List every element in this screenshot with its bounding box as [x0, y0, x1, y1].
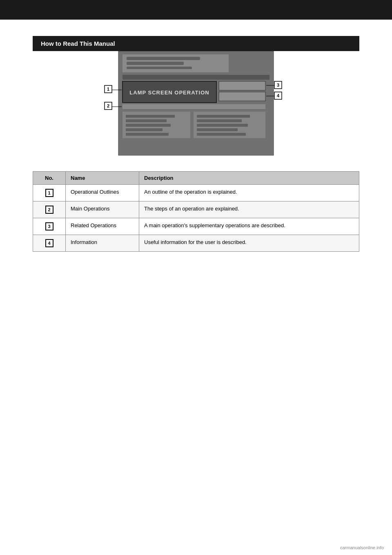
- row-badge-1: 1: [45, 189, 53, 197]
- svg-rect-20: [197, 124, 248, 127]
- svg-rect-13: [126, 119, 167, 122]
- table-cell-name: Main Operations: [66, 201, 139, 218]
- svg-rect-9: [219, 92, 265, 101]
- col-header-description: Description: [139, 172, 359, 185]
- svg-rect-15: [126, 128, 163, 131]
- table-cell-no: 4: [33, 235, 66, 252]
- section-title: How to Read This Manual: [41, 40, 115, 47]
- table-cell-name: Operational Outlines: [66, 185, 139, 201]
- svg-rect-10: [122, 104, 265, 109]
- table-cell-name: Information: [66, 235, 139, 252]
- table-row: 2Main OperationsThe steps of an operatio…: [33, 201, 359, 218]
- top-bar: [0, 0, 392, 20]
- table-cell-description: A main operation's supplementary operati…: [139, 218, 359, 235]
- table-row: 1Operational OutlinesAn outline of the o…: [33, 185, 359, 201]
- col-header-no: No.: [33, 172, 66, 185]
- table-cell-description: An outline of the operation is explained…: [139, 185, 359, 201]
- col-header-name: Name: [66, 172, 139, 185]
- svg-text:4: 4: [277, 93, 280, 98]
- main-content: How to Read This Manual LAMP SCREEN OPER…: [0, 20, 392, 268]
- svg-rect-3: [127, 62, 184, 65]
- table-cell-name: Related Operations: [66, 218, 139, 235]
- svg-rect-14: [126, 124, 171, 127]
- svg-rect-21: [197, 128, 238, 131]
- row-badge-2: 2: [45, 206, 53, 214]
- info-table: No. Name Description 1Operational Outlin…: [33, 171, 359, 252]
- svg-rect-5: [122, 75, 270, 80]
- table-cell-description: Useful information for the user is descr…: [139, 235, 359, 252]
- diagram-svg: LAMP SCREEN OPERATION: [86, 51, 306, 161]
- table-cell-no: 3: [33, 218, 66, 235]
- watermark: carmanualsonline.info: [340, 545, 384, 550]
- table-row: 4InformationUseful information for the u…: [33, 235, 359, 252]
- table-cell-no: 1: [33, 185, 66, 201]
- svg-rect-12: [126, 115, 175, 118]
- svg-rect-22: [197, 133, 246, 136]
- svg-text:2: 2: [107, 103, 109, 108]
- diagram-section: LAMP SCREEN OPERATION: [63, 51, 329, 161]
- row-badge-4: 4: [45, 239, 53, 247]
- svg-text:LAMP SCREEN OPERATION: LAMP SCREEN OPERATION: [129, 90, 209, 96]
- svg-text:1: 1: [107, 87, 109, 92]
- table-cell-no: 2: [33, 201, 66, 218]
- svg-rect-16: [126, 133, 169, 136]
- table-cell-description: The steps of an operation are explained.: [139, 201, 359, 218]
- svg-rect-18: [197, 115, 250, 118]
- svg-rect-2: [127, 57, 200, 60]
- table-header-row: No. Name Description: [33, 172, 359, 185]
- table-row: 3Related OperationsA main operation's su…: [33, 218, 359, 235]
- svg-rect-4: [127, 67, 192, 69]
- svg-text:3: 3: [277, 83, 279, 87]
- svg-rect-19: [197, 119, 242, 122]
- svg-rect-8: [219, 81, 265, 90]
- row-badge-3: 3: [45, 222, 53, 231]
- section-title-bar: How to Read This Manual: [33, 36, 359, 51]
- page: How to Read This Manual LAMP SCREEN OPER…: [0, 0, 392, 555]
